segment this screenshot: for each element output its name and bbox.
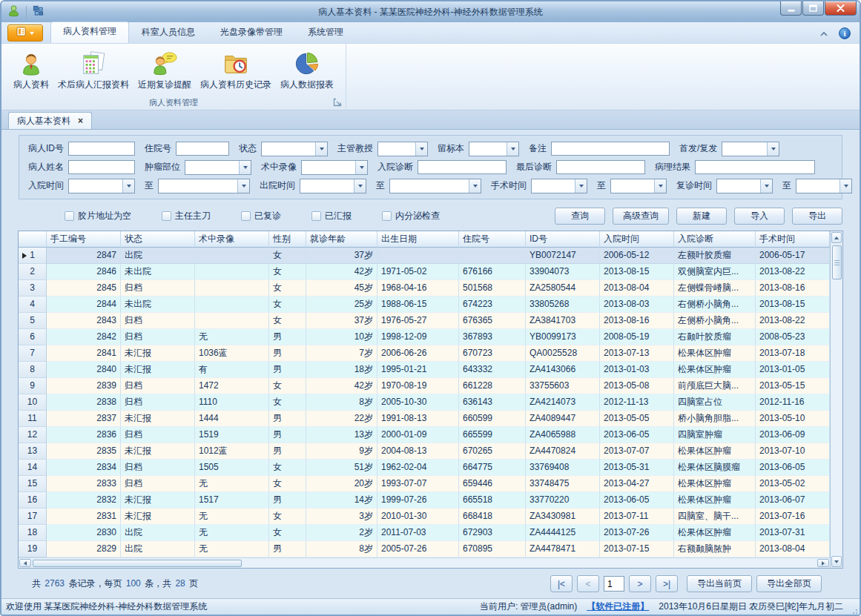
checkbox-box[interactable]: [311, 211, 321, 221]
first-or-recur-dropdown-button[interactable]: [767, 142, 779, 156]
advanced-query-button[interactable]: 高级查询: [613, 208, 669, 225]
row-header-cell[interactable]: 17: [19, 509, 47, 525]
remark-input[interactable]: [551, 142, 670, 156]
first-page-button[interactable]: |<: [550, 575, 573, 592]
ribbon-tab-4[interactable]: 系统管理: [295, 22, 356, 43]
row-header-cell[interactable]: 13: [19, 443, 47, 460]
checkbox-box[interactable]: [241, 211, 251, 221]
discharge-time-to-combo[interactable]: [389, 179, 481, 193]
surgery-time-dropdown-button[interactable]: [575, 179, 587, 193]
ribbon-button-revisit-reminder[interactable]: 近期复诊提醒: [134, 50, 195, 93]
row-header-cell[interactable]: 18: [19, 525, 47, 541]
row-header-cell[interactable]: 2: [19, 264, 47, 280]
row-header-cell[interactable]: 4: [19, 297, 47, 313]
table-row[interactable]: 12847出院女37岁YB00721472006-05-12左额叶胶质瘤2006…: [19, 248, 830, 264]
table-row[interactable]: 162832未汇报1517男14岁1999-07-266655183377022…: [19, 492, 830, 509]
resize-grip[interactable]: [851, 606, 858, 613]
row-header-cell[interactable]: 7: [19, 345, 47, 362]
last-page-button[interactable]: >|: [656, 575, 678, 592]
ribbon-button-history-record[interactable]: 病人资料历史记录: [197, 50, 275, 93]
column-header-selector[interactable]: [19, 231, 47, 248]
table-row[interactable]: 172831未汇报无女3岁2010-01-30668418ZA343098120…: [19, 509, 830, 525]
dialog-launcher-icon[interactable]: [333, 98, 342, 107]
vertical-scrollbar[interactable]: [830, 231, 842, 568]
status-dropdown-button[interactable]: [315, 142, 327, 156]
column-header-gender[interactable]: 性别: [269, 231, 306, 248]
column-header-visit-age[interactable]: 就诊年龄: [306, 231, 377, 248]
surgery-time-to-combo-field[interactable]: [611, 179, 654, 193]
import-button[interactable]: 导入: [734, 208, 785, 225]
column-header-birth-date[interactable]: 出生日期: [377, 231, 459, 248]
new-button[interactable]: 新建: [676, 208, 727, 225]
specimen-dropdown-button[interactable]: [507, 142, 518, 156]
checkbox-box[interactable]: [65, 211, 74, 221]
vertical-scroll-thumb[interactable]: [832, 245, 842, 279]
table-row[interactable]: 52843归档女37岁1976-05-27676365ZA38417032013…: [19, 313, 830, 329]
ribbon-button-postop-report[interactable]: 术后病人汇报资料: [54, 50, 133, 93]
horizontal-scrollbar[interactable]: [19, 557, 830, 568]
row-header-cell[interactable]: 8: [19, 362, 47, 378]
row-header-cell[interactable]: 3: [19, 280, 47, 297]
revisit-time-dropdown-button[interactable]: [760, 179, 772, 193]
checkbox-revisited[interactable]: 已复诊: [241, 210, 281, 222]
scroll-right-icon[interactable]: [817, 559, 829, 567]
discharge-time-to-combo-field[interactable]: [390, 179, 469, 193]
discharge-time-combo-field[interactable]: [300, 179, 354, 193]
first-or-recur-combo-field[interactable]: [722, 142, 767, 156]
checkbox-box[interactable]: [162, 211, 171, 221]
row-header-cell[interactable]: 11: [19, 411, 47, 427]
table-row[interactable]: 152833归档无女20岁1993-07-0765944633748475201…: [19, 476, 830, 492]
admit-time-dropdown-button[interactable]: [122, 179, 134, 193]
export-all-pages-button[interactable]: 导出全部页: [756, 575, 822, 592]
query-button[interactable]: 查询: [555, 208, 605, 225]
admit-time-combo[interactable]: [68, 179, 135, 193]
row-header-cell[interactable]: 5: [19, 313, 47, 329]
table-row[interactable]: 102838归档1110女8岁2005-10-30636143ZA4214073…: [19, 394, 830, 411]
row-header-cell[interactable]: 12: [19, 427, 47, 443]
row-header-cell[interactable]: 9: [19, 378, 47, 394]
column-header-id-no[interactable]: ID号: [526, 231, 600, 248]
minimize-button[interactable]: [780, 1, 802, 16]
admit-time-to-combo[interactable]: [158, 179, 250, 193]
tumor-site-dropdown-button[interactable]: [239, 161, 251, 174]
tab-close-icon[interactable]: ×: [78, 116, 83, 125]
column-header-inpatient-no[interactable]: 住院号: [459, 231, 526, 248]
checkbox-endocrine-exam[interactable]: 内分泌检查: [382, 210, 440, 222]
layout-icon[interactable]: [33, 5, 44, 19]
status-combo-field[interactable]: [262, 142, 315, 156]
scroll-down-icon[interactable]: [831, 556, 842, 567]
ribbon-tab-1[interactable]: 病人资料管理: [50, 21, 129, 43]
ribbon-button-patient[interactable]: 病人资料: [10, 50, 53, 93]
row-header-cell[interactable]: 14: [19, 460, 47, 476]
discharge-time-to-dropdown-button[interactable]: [469, 179, 481, 193]
specimen-combo-field[interactable]: [469, 142, 507, 156]
row-header-cell[interactable]: 10: [19, 394, 47, 411]
ribbon-tab-3[interactable]: 光盘录像带管理: [208, 22, 295, 43]
export-current-page-button[interactable]: 导出当前页: [687, 575, 752, 592]
surgery-time-to-dropdown-button[interactable]: [654, 179, 666, 193]
surgery-time-combo-field[interactable]: [532, 179, 575, 193]
table-row[interactable]: 182830出院无女2岁2011-07-03672903ZA4444125201…: [19, 525, 830, 541]
admit-time-combo-field[interactable]: [69, 179, 122, 193]
first-or-recur-combo[interactable]: [722, 142, 779, 156]
tab-patient-basic-info[interactable]: 病人基本资料 ×: [8, 112, 92, 129]
export-button[interactable]: 导出: [792, 208, 842, 225]
checkbox-reported[interactable]: 已汇报: [311, 210, 352, 222]
prev-page-button[interactable]: <: [577, 575, 599, 592]
column-header-surgery-video[interactable]: 术中录像: [195, 231, 269, 248]
status-combo[interactable]: [261, 142, 328, 156]
surgery-time-combo[interactable]: [531, 179, 587, 193]
row-header-cell[interactable]: 19: [19, 541, 47, 557]
checkbox-chief-surgeon[interactable]: 主任主刀: [162, 210, 211, 222]
revisit-time-to-combo[interactable]: [796, 179, 852, 193]
column-header-surgery-time[interactable]: 手术时间: [756, 231, 830, 248]
table-row[interactable]: 72841未汇报1036蓝男7岁2006-06-26670723QA002552…: [19, 345, 830, 362]
table-row[interactable]: 132835未汇报1012蓝男9岁2004-08-13670265ZA44708…: [19, 443, 830, 460]
patient-id-input[interactable]: [68, 142, 135, 156]
surgery-video-dropdown-button[interactable]: [355, 161, 367, 174]
pathology-result-input[interactable]: [695, 160, 815, 174]
column-header-status[interactable]: 状态: [121, 231, 195, 248]
registered-link[interactable]: 【软件已注册】: [587, 600, 649, 613]
final-diagnosis-input[interactable]: [556, 160, 645, 174]
professor-combo-field[interactable]: [378, 142, 415, 156]
